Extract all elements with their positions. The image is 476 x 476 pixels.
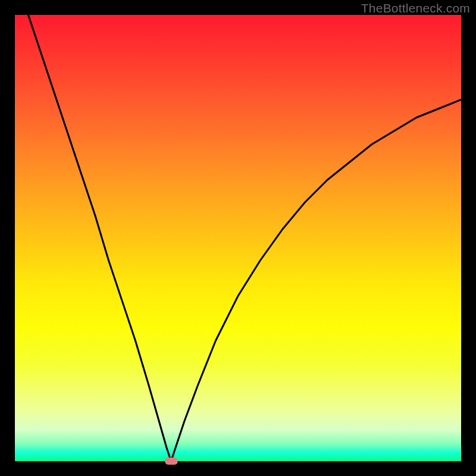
- bottleneck-curve: [29, 15, 462, 461]
- watermark-text: TheBottleneck.com: [361, 1, 470, 15]
- chart-container: TheBottleneck.com: [0, 0, 476, 476]
- curve-svg: [15, 15, 461, 461]
- optimal-marker: [165, 458, 178, 465]
- plot-area: [15, 15, 461, 461]
